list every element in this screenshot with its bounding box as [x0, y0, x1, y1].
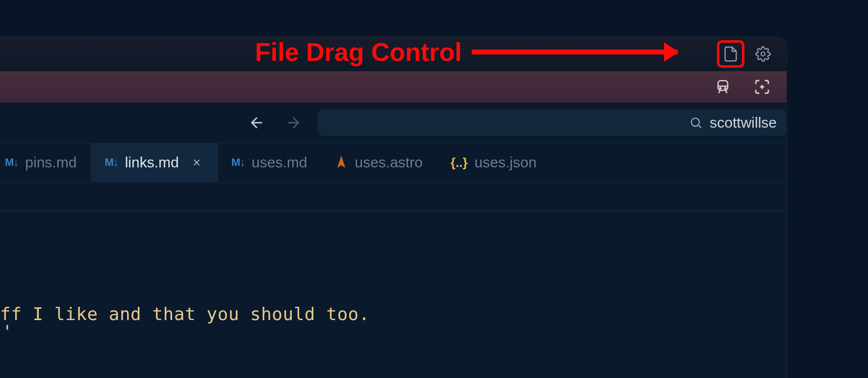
svg-point-0: [761, 52, 765, 56]
nav-forward-button[interactable]: [281, 111, 305, 135]
expand-focus-icon: [754, 79, 770, 95]
markdown-icon: M↓: [5, 156, 18, 169]
editor-divider: [0, 210, 787, 211]
annotation-callout: File Drag Control: [255, 37, 678, 67]
markdown-icon: M↓: [231, 156, 245, 169]
annotation-label: File Drag Control: [255, 37, 462, 67]
train-icon: [715, 79, 731, 95]
tab-strip: M↓ pins.md M↓ links.md M↓ uses.md uses.a…: [0, 143, 787, 182]
svg-point-9: [691, 118, 699, 126]
json-icon: {..}: [451, 155, 468, 170]
transit-button[interactable]: [713, 77, 733, 97]
tab-label: uses.astro: [355, 154, 422, 171]
tab-pins-md[interactable]: M↓ pins.md: [0, 143, 91, 182]
close-icon: [191, 157, 202, 168]
astro-icon: [335, 156, 348, 169]
tab-label: uses.json: [475, 154, 537, 171]
focus-button[interactable]: [752, 77, 772, 97]
arrow-right-icon: [284, 114, 302, 132]
tab-label: links.md: [125, 154, 179, 171]
nav-search-row: scottwillse: [0, 103, 787, 143]
search-icon: [689, 116, 703, 130]
annotation-arrow: [472, 50, 678, 54]
app-window: scottwillse M↓ pins.md M↓ links.md M↓ us…: [0, 36, 787, 378]
tab-links-md[interactable]: M↓ links.md: [91, 143, 217, 182]
markdown-icon: M↓: [104, 156, 118, 169]
gear-icon: [755, 46, 771, 62]
nav-back-button[interactable]: [245, 111, 269, 135]
tab-close-button[interactable]: [190, 156, 204, 169]
settings-button[interactable]: [749, 40, 777, 68]
tab-label: uses.md: [252, 154, 307, 171]
svg-point-4: [725, 87, 726, 89]
sub-toolbar: [0, 71, 787, 103]
svg-point-3: [720, 87, 721, 89]
code-caret-line: ': [2, 322, 13, 342]
tab-label: pins.md: [25, 154, 77, 171]
search-box[interactable]: scottwillse: [318, 109, 787, 136]
file-drag-control[interactable]: [717, 40, 744, 68]
file-icon: [722, 46, 739, 62]
search-value: scottwillse: [710, 114, 777, 131]
arrow-left-icon: [248, 114, 266, 132]
tab-uses-astro[interactable]: uses.astro: [321, 143, 436, 182]
tab-uses-md[interactable]: M↓ uses.md: [218, 143, 322, 182]
tab-uses-json[interactable]: {..} uses.json: [437, 143, 551, 182]
svg-line-10: [699, 125, 701, 128]
code-line: ff I like and that you should too.: [0, 304, 370, 324]
editor-area[interactable]: ff I like and that you should too. ': [0, 182, 787, 378]
